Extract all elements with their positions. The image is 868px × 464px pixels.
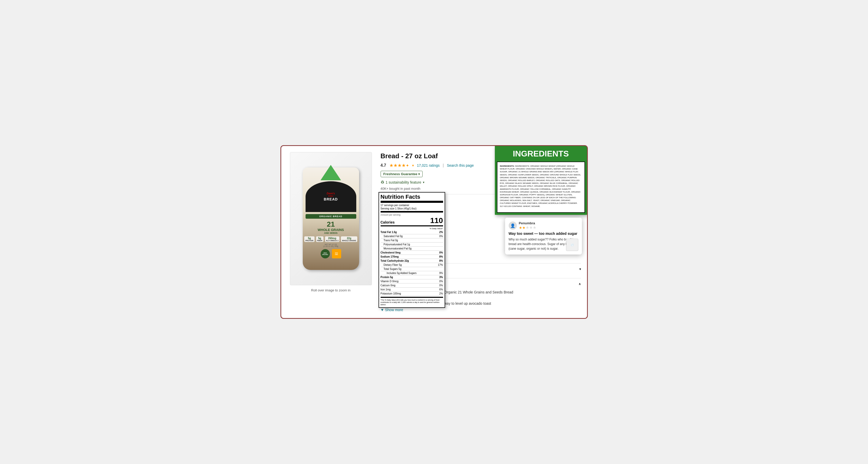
show-more-link[interactable]: ▼ Show more [381, 308, 581, 312]
nf-dv-header: % Daily Value* [381, 227, 443, 230]
nf-row-total-fat: Total Fat 1.5g2% [381, 230, 443, 234]
review-stars: ★★ [519, 226, 526, 230]
image-column: Dave's Killer BREAD ORGANIC BREAD 21 WHO… [287, 152, 374, 312]
star-rating: ★★★★✦ [389, 163, 409, 168]
search-page-link[interactable]: Search this page [447, 163, 474, 167]
nf-row-sugars: Total Sugars 5g [381, 267, 443, 271]
dropdown-arrow[interactable]: ▾ [412, 163, 414, 167]
ratings-count[interactable]: 17,021 ratings [417, 163, 440, 167]
nf-row-iron: Iron 1mg6% [381, 287, 443, 292]
nf-amount-label: Amount per serving [381, 214, 443, 216]
product-image[interactable]: Dave's Killer BREAD ORGANIC BREAD 21 WHO… [290, 152, 372, 285]
grain-number: 21 [327, 221, 335, 228]
nf-title: Nutrition Facts [381, 194, 443, 203]
grain-main: WHOLE GRAINS [318, 228, 344, 232]
stat-fiber: 5gFIBER [316, 236, 323, 242]
nutrition-facts-overlay: Nutrition Facts 17 servings per containe… [378, 192, 445, 308]
reviewer-avatar: 👤 [509, 221, 517, 230]
bread-visual: Dave's Killer BREAD ORGANIC BREAD 21 WHO… [295, 157, 367, 280]
stat-omega: 260mgALA OMEGA-3 [325, 236, 340, 242]
freshness-chevron: ▾ [418, 172, 420, 176]
reviewer-name: Penumbra [519, 221, 536, 225]
stat-protein: 5gPROTEIN [304, 236, 314, 242]
nf-row-sat-fat: Saturated Fat 0g0% [381, 234, 443, 238]
nf-row-vitamind: Vitamin D 0mcg0% [381, 279, 443, 283]
zoom-hint: Roll over image to zoom in [311, 288, 351, 292]
review-title: Way too sweet — too much added sugar [509, 231, 578, 236]
bread-bag: Dave's Killer BREAD ORGANIC BREAD 21 WHO… [303, 167, 359, 270]
nf-calories-row: Calories 110 [381, 217, 443, 226]
nf-row-cholesterol: Cholesterol 0mg0% [381, 251, 443, 255]
ingredients-panel: INGREDIENTS INGREDIENTS: INGREDIENTS: OR… [495, 146, 587, 215]
review-thumbnail[interactable]: 📄 [566, 239, 578, 251]
brand-label: ORGANIC BREAD [306, 214, 356, 219]
nf-servings: 17 servings per container [381, 204, 443, 207]
nf-row-poly-fat: Polyunsaturated Fat 1g [381, 243, 443, 247]
nf-row-sodium: Sodium 170mg8% [381, 255, 443, 259]
about-chevron[interactable]: ∧ [579, 282, 581, 286]
stat-grains: 22gWHOLE GRAINS [341, 236, 357, 242]
nf-row-carbs: Total Carbohydrate 22g8% [381, 259, 443, 263]
grain-sub: AND SEEDS [324, 232, 338, 234]
nf-row-potassium: Potassium 100mg2% [381, 292, 443, 296]
review-header: 👤 Penumbra ★★★★★ [509, 221, 578, 230]
ingredients-chevron: ▾ [579, 267, 581, 271]
nf-daily-note: *The % Daily Value (DV) tells you how mu… [381, 297, 443, 306]
weight-text: NET WT 27 OZ(1 LB 11 OZ) 765g [323, 244, 338, 247]
nutrition-row: 5gPROTEIN 5gFIBER 260mgALA OMEGA-3 22gWH… [304, 236, 357, 242]
nf-row-fiber: Dietary Fiber 5g17% [381, 263, 443, 267]
rating-value: 4.7 [381, 163, 386, 168]
bottom-badges: USDAORGANIC NONGMO [321, 249, 341, 258]
ingredients-panel-body: INGREDIENTS: INGREDIENTS: ORGANIC WHOLE … [497, 162, 585, 213]
nf-row-calcium: Calcium 0mg0% [381, 283, 443, 287]
sustainability-chevron[interactable]: ▾ [423, 181, 424, 184]
logo-circle: Dave's Killer BREAD [306, 181, 356, 212]
nf-cal-value: 110 [430, 217, 443, 224]
nf-row-mono-fat: Monounsaturated Fat 0g [381, 247, 443, 251]
leaf-icon: ♻ [381, 180, 384, 185]
nf-row-trans-fat: Trans Fat 0g [381, 238, 443, 243]
nongmo-badge: NONGMO [332, 249, 341, 258]
nf-cal-label: Calories [381, 220, 395, 224]
usda-badge: USDAORGANIC [321, 249, 330, 258]
review-empty-stars: ★★★ [526, 225, 536, 230]
nf-row-protein: Protein 5g3% [381, 275, 443, 279]
page-container: for you ⊙ Deliv Dave's Killer BREAD [280, 145, 588, 319]
nf-serving-size: Serving size 1 Slice (45g/1.6oz) [381, 207, 443, 213]
nf-row-added-sugars: Includes 5g Added Sugars9% [381, 271, 443, 275]
ingredients-panel-header: INGREDIENTS [495, 146, 587, 162]
bag-tie [321, 165, 341, 180]
freshness-badge[interactable]: Freshness Guarantee ▾ [381, 171, 423, 177]
review-overlay: 👤 Penumbra ★★★★★ Way too sweet — too muc… [505, 218, 582, 254]
